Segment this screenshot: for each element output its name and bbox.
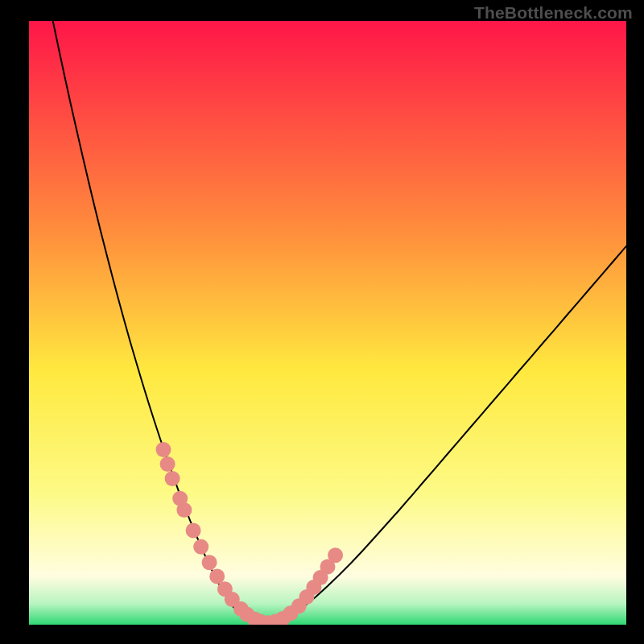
chart-overlay-svg bbox=[29, 21, 626, 625]
plot-area bbox=[29, 21, 626, 625]
highlight-dot bbox=[209, 569, 225, 584]
bottleneck-curve bbox=[53, 21, 626, 624]
highlight-dot bbox=[160, 456, 175, 472]
highlight-dot bbox=[165, 471, 180, 486]
highlight-dot bbox=[202, 555, 217, 570]
highlight-dot bbox=[156, 442, 171, 457]
highlight-dot bbox=[328, 547, 343, 563]
highlight-dot bbox=[193, 539, 208, 555]
chart-root: TheBottleneck.com bbox=[0, 0, 644, 644]
watermark-text: TheBottleneck.com bbox=[474, 3, 633, 23]
highlight-dot bbox=[176, 502, 192, 518]
highlight-dot bbox=[186, 523, 201, 539]
